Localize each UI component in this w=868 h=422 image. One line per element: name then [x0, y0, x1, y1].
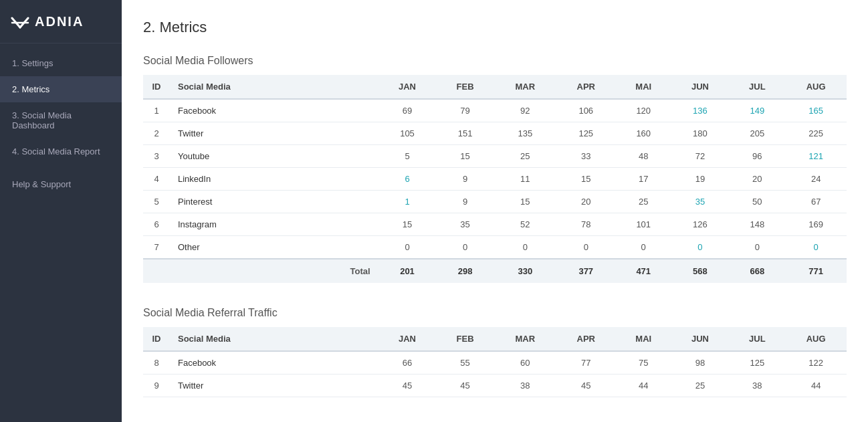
followers-total-jun: 568: [671, 259, 730, 283]
followers-col-mai: MAI: [616, 75, 671, 99]
cell-feb: 55: [436, 351, 494, 375]
nav-item-social-media-report[interactable]: 4. Social Media Report: [0, 138, 122, 165]
referral-table: ID Social Media JAN FEB MAR APR MAI JUN …: [143, 327, 847, 397]
page-title: 2. Metrics: [143, 19, 847, 36]
followers-col-jun: JUN: [671, 75, 730, 99]
cell-apr: 33: [556, 145, 616, 168]
table-row: 3Youtube5152533487296121: [143, 145, 847, 168]
cell-name: Facebook: [170, 351, 378, 375]
cell-aug: 122: [785, 351, 847, 375]
followers-col-mar: MAR: [494, 75, 556, 99]
followers-total-label: Total: [143, 259, 378, 283]
followers-total-jan: 201: [378, 259, 437, 283]
cell-jun: 35: [671, 191, 730, 213]
cell-apr: 106: [556, 99, 616, 122]
cell-apr: 45: [556, 375, 616, 397]
referral-col-id: ID: [143, 327, 170, 351]
cell-apr: 78: [556, 213, 616, 236]
cell-mar: 92: [494, 99, 556, 122]
cell-jun: 180: [671, 122, 730, 145]
cell-mar: 11: [494, 168, 556, 191]
cell-jul: 148: [729, 213, 785, 236]
cell-apr: 20: [556, 191, 616, 213]
cell-mar: 60: [494, 351, 556, 375]
cell-apr: 77: [556, 351, 616, 375]
cell-name: LinkedIn: [170, 168, 378, 191]
logo-text: ADNIA: [35, 14, 84, 29]
referral-col-jun: JUN: [671, 327, 730, 351]
table-row: 7Other00000000: [143, 236, 847, 259]
main-content: 2. Metrics Social Media Followers ID Soc…: [122, 0, 868, 422]
nav-item-help[interactable]: Help & Support: [0, 171, 122, 197]
cell-jun: 25: [671, 375, 730, 397]
cell-name: Twitter: [170, 122, 378, 145]
cell-jan: 45: [378, 375, 437, 397]
cell-feb: 45: [436, 375, 494, 397]
table-row: 8Facebook665560777598125122: [143, 351, 847, 375]
cell-name: Youtube: [170, 145, 378, 168]
cell-id: 9: [143, 375, 170, 397]
cell-id: 6: [143, 213, 170, 236]
cell-jul: 149: [729, 99, 785, 122]
table-row: 6Instagram15355278101126148169: [143, 213, 847, 236]
cell-feb: 0: [436, 236, 494, 259]
followers-col-aug: AUG: [785, 75, 847, 99]
cell-mai: 48: [616, 145, 671, 168]
cell-mar: 15: [494, 191, 556, 213]
cell-id: 5: [143, 191, 170, 213]
followers-total-feb: 298: [436, 259, 494, 283]
referral-section-title: Social Media Referral Traffic: [143, 307, 847, 319]
followers-total-aug: 771: [785, 259, 847, 283]
cell-jul: 125: [729, 351, 785, 375]
cell-name: Instagram: [170, 213, 378, 236]
cell-jan: 6: [378, 168, 437, 191]
cell-jan: 5: [378, 145, 437, 168]
cell-id: 3: [143, 145, 170, 168]
cell-feb: 151: [436, 122, 494, 145]
nav: 1. Settings 2. Metrics 3. Social Media D…: [0, 50, 122, 197]
followers-section-title: Social Media Followers: [143, 55, 847, 67]
table-row: 4LinkedIn69111517192024: [143, 168, 847, 191]
cell-feb: 15: [436, 145, 494, 168]
referral-col-jan: JAN: [378, 327, 437, 351]
cell-aug: 165: [785, 99, 847, 122]
cell-id: 1: [143, 99, 170, 122]
nav-item-metrics[interactable]: 2. Metrics: [0, 76, 122, 102]
cell-id: 8: [143, 351, 170, 375]
cell-mar: 135: [494, 122, 556, 145]
cell-name: Other: [170, 236, 378, 259]
cell-mai: 120: [616, 99, 671, 122]
cell-jan: 69: [378, 99, 437, 122]
table-row: 2Twitter105151135125160180205225: [143, 122, 847, 145]
cell-feb: 79: [436, 99, 494, 122]
cell-mar: 38: [494, 375, 556, 397]
cell-jul: 96: [729, 145, 785, 168]
followers-col-feb: FEB: [436, 75, 494, 99]
cell-id: 4: [143, 168, 170, 191]
referral-col-feb: FEB: [436, 327, 494, 351]
cell-jun: 126: [671, 213, 730, 236]
followers-total-jul: 668: [729, 259, 785, 283]
table-row: 5Pinterest19152025355067: [143, 191, 847, 213]
cell-jun: 98: [671, 351, 730, 375]
cell-aug: 67: [785, 191, 847, 213]
referral-col-mai: MAI: [616, 327, 671, 351]
followers-total-mar: 330: [494, 259, 556, 283]
followers-col-apr: APR: [556, 75, 616, 99]
cell-jul: 50: [729, 191, 785, 213]
referral-col-jul: JUL: [729, 327, 785, 351]
nav-item-social-media-dashboard[interactable]: 3. Social Media Dashboard: [0, 102, 122, 138]
followers-total-mai: 471: [616, 259, 671, 283]
table-row: 1Facebook697992106120136149165: [143, 99, 847, 122]
cell-mai: 25: [616, 191, 671, 213]
cell-jan: 1: [378, 191, 437, 213]
cell-jun: 0: [671, 236, 730, 259]
followers-col-jan: JAN: [378, 75, 437, 99]
nav-item-settings[interactable]: 1. Settings: [0, 50, 122, 76]
cell-jan: 66: [378, 351, 437, 375]
cell-name: Facebook: [170, 99, 378, 122]
followers-col-jul: JUL: [729, 75, 785, 99]
sidebar: ADNIA 1. Settings 2. Metrics 3. Social M…: [0, 0, 122, 422]
cell-mar: 0: [494, 236, 556, 259]
cell-mai: 75: [616, 351, 671, 375]
